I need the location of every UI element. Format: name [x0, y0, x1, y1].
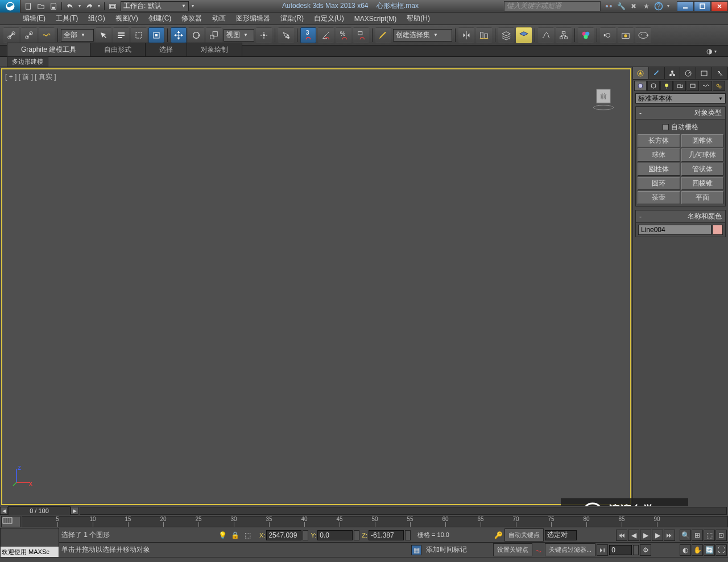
help-icon[interactable]: ?	[653, 1, 664, 11]
obj-box-button[interactable]: 长方体	[638, 134, 680, 147]
play-icon[interactable]: ▶	[640, 530, 651, 541]
window-crossing-icon[interactable]	[148, 27, 164, 43]
menu-views[interactable]: 视图(V)	[115, 14, 138, 23]
favorites-icon[interactable]: ★	[640, 1, 652, 11]
use-pivot-center-icon[interactable]	[256, 27, 272, 43]
obj-tube-button[interactable]: 管状体	[681, 163, 724, 176]
key-mode-icon[interactable]: ⏯	[597, 544, 608, 556]
key-target-combo[interactable]: 选定对	[545, 530, 577, 540]
percent-snap-icon[interactable]: %	[336, 27, 351, 43]
time-next-button[interactable]: ▶	[71, 507, 78, 515]
create-tab-icon[interactable]	[633, 67, 649, 79]
schematic-view-icon[interactable]	[556, 27, 572, 43]
geometry-subtab-icon[interactable]	[634, 81, 647, 91]
comm-center-icon[interactable]: 🔧	[615, 1, 627, 11]
material-editor-icon[interactable]	[578, 27, 594, 43]
current-frame-input[interactable]: 0	[609, 545, 632, 555]
goto-start-icon[interactable]: ⏮	[616, 530, 627, 541]
spinner-snap-icon[interactable]	[353, 27, 369, 43]
menu-edit[interactable]: 编辑(E)	[23, 14, 46, 23]
selection-filter-combo[interactable]: 全部▼	[61, 29, 94, 42]
rendered-frame-icon[interactable]	[618, 27, 634, 43]
undo-dropdown-icon[interactable]: ▾	[77, 1, 82, 11]
ribbon-polymodeling-button[interactable]: 多边形建模	[7, 56, 48, 67]
select-by-name-icon[interactable]	[113, 27, 129, 43]
search-go-icon[interactable]: 👓	[603, 1, 614, 11]
menu-help[interactable]: 帮助(H)	[407, 14, 430, 23]
modify-tab-icon[interactable]	[649, 67, 665, 79]
menu-tools[interactable]: 工具(T)	[56, 14, 78, 23]
utilities-tab-icon[interactable]	[712, 67, 728, 79]
spacewarps-subtab-icon[interactable]	[700, 81, 712, 91]
obj-sphere-button[interactable]: 球体	[638, 148, 680, 162]
ribbon-tab-objectpaint[interactable]: 对象绘制	[187, 43, 242, 56]
link-icon[interactable]	[3, 27, 19, 43]
orbit-icon[interactable]: 🔄	[704, 544, 715, 556]
menu-rendering[interactable]: 渲染(R)	[280, 14, 304, 23]
edit-named-sel-icon[interactable]	[375, 27, 391, 43]
category-combo[interactable]: 标准基本体▼	[635, 93, 726, 104]
y-spinner[interactable]	[354, 530, 359, 540]
obj-cone-button[interactable]: 圆锥体	[681, 134, 724, 147]
lights-subtab-icon[interactable]	[660, 81, 673, 91]
time-prev-button[interactable]: ◀	[0, 507, 8, 515]
set-key-icon[interactable]: 🔑	[493, 530, 503, 540]
project-folder-icon[interactable]	[107, 1, 118, 11]
menu-create[interactable]: 创建(C)	[148, 14, 172, 23]
obj-cylinder-button[interactable]: 圆柱体	[638, 163, 680, 176]
select-object-icon[interactable]	[96, 27, 111, 43]
z-spinner[interactable]	[405, 530, 411, 540]
y-input[interactable]: 0.0	[317, 530, 353, 540]
menu-animation[interactable]: 动画	[212, 14, 226, 23]
rectangular-region-icon[interactable]	[131, 27, 147, 43]
viewport-front[interactable]: [ + ] [ 前 ] [ 真实 ] 前 z x	[1, 68, 631, 505]
ribbon-tab-graphite[interactable]: Graphite 建模工具	[7, 43, 90, 56]
trackbar-ruler[interactable]: 51015202530354045505560657075808590	[22, 516, 728, 527]
maximize-viewport-icon[interactable]: ⛶	[715, 544, 727, 556]
key-filters-button[interactable]: 关键点过滤器...	[545, 543, 595, 556]
new-icon[interactable]	[23, 1, 34, 11]
zoom-icon[interactable]: 🔍	[680, 530, 691, 541]
rollout-name-color-header[interactable]: - 名称和颜色	[636, 210, 725, 223]
pan-icon[interactable]: ✋	[692, 544, 703, 556]
mirror-icon[interactable]	[458, 27, 474, 43]
save-icon[interactable]	[48, 1, 59, 11]
isolate-icon[interactable]: ⬚	[242, 530, 253, 540]
zoom-extents-icon[interactable]: ⬚	[704, 530, 715, 541]
ribbon-tab-selection[interactable]: 选择	[145, 43, 187, 56]
bind-spacewarp-icon[interactable]	[39, 27, 55, 43]
maximize-button[interactable]	[694, 1, 711, 11]
obj-pyramid-button[interactable]: 四棱锥	[681, 177, 724, 190]
snap-toggle-icon[interactable]: 3	[300, 27, 316, 43]
zoom-extents-all-icon[interactable]: ⊡	[715, 530, 727, 541]
helpers-subtab-icon[interactable]	[686, 81, 699, 91]
obj-plane-button[interactable]: 平面	[681, 191, 724, 204]
script-input[interactable]: 欢迎使用 MAXSc	[1, 547, 59, 557]
x-input[interactable]: 2547.039	[266, 530, 301, 540]
zoom-all-icon[interactable]: ⊞	[692, 530, 703, 541]
undo-icon[interactable]	[64, 1, 76, 11]
ribbon-tab-freeform[interactable]: 自由形式	[90, 43, 146, 56]
render-production-icon[interactable]	[635, 27, 651, 43]
align-icon[interactable]	[476, 27, 492, 43]
x-spinner[interactable]	[303, 530, 308, 540]
layer-toolbar-icon[interactable]	[516, 27, 532, 43]
unlink-icon[interactable]	[21, 27, 37, 43]
motion-tab-icon[interactable]	[680, 67, 696, 79]
fov-icon[interactable]: ◐	[680, 544, 691, 556]
obj-torus-button[interactable]: 圆环	[638, 177, 680, 190]
trackbar-toggle-icon[interactable]	[1, 516, 20, 527]
frame-spinner[interactable]	[633, 545, 639, 555]
object-name-input[interactable]: Line004	[638, 225, 712, 235]
help-dropdown-icon[interactable]: ▾	[665, 1, 671, 11]
menu-customize[interactable]: 自定义(U)	[314, 14, 344, 23]
redo-dropdown-icon[interactable]: ▾	[96, 1, 102, 11]
select-and-rotate-icon[interactable]	[188, 27, 204, 43]
workspace-dropdown-icon[interactable]: ▾	[189, 1, 197, 11]
viewport-label[interactable]: [ + ] [ 前 ] [ 真实 ]	[5, 72, 56, 82]
menu-maxscript[interactable]: MAXScript(M)	[354, 15, 397, 23]
add-time-tag-label[interactable]: 添加时间标记	[424, 545, 490, 555]
obj-teapot-button[interactable]: 茶壶	[638, 191, 680, 204]
object-color-swatch[interactable]	[713, 225, 723, 235]
workspace-combo[interactable]: 工作台: 默认 ▼	[121, 1, 189, 11]
